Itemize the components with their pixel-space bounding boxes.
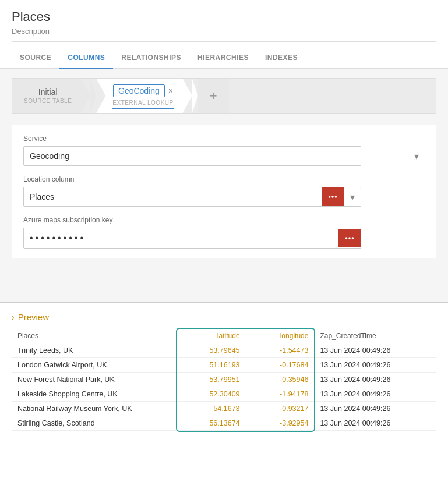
cell-longitude: -0.17684 (246, 358, 315, 373)
cell-place: New Forest National Park, UK (12, 373, 177, 387)
cell-time: 13 Jun 2024 00:49:26 (314, 358, 436, 373)
pipeline-step-initial[interactable]: Initial SOURCE TABLE (12, 79, 90, 113)
col-header-longitude: longitude (246, 329, 315, 343)
svg-point-3 (345, 237, 348, 239)
tabs-bar: SOURCE COLUMNS RELATIONSHIPS HIERARCHIES… (0, 47, 448, 69)
preview-section: › Preview Places latitude longitude Zap_… (0, 303, 448, 431)
cell-latitude: 53.79951 (177, 373, 246, 387)
col-header-latitude: latitude (177, 329, 246, 343)
dots-icon (327, 192, 338, 202)
col-header-time: Zap_CreatedTime (314, 329, 436, 343)
pipeline-add-button[interactable]: + (198, 79, 229, 113)
key-group: Azure maps subscription key (23, 216, 425, 249)
cell-place: Stirling Castle, Scotland (12, 416, 177, 431)
page-description: Description (12, 27, 436, 42)
cell-time: 13 Jun 2024 00:49:26 (314, 343, 436, 358)
page-header: Places Description (0, 0, 448, 44)
cell-latitude: 53.79645 (177, 343, 246, 358)
location-arrow-button[interactable]: ▾ (344, 188, 361, 206)
pipeline: Initial SOURCE TABLE GeoCoding × EXTERNA… (12, 78, 436, 114)
tab-hierarchies[interactable]: HIERARCHIES (189, 47, 257, 69)
page-title: Places (12, 9, 436, 24)
location-row: ▾ (23, 187, 361, 207)
service-select[interactable]: Geocoding (23, 146, 361, 166)
service-select-arrow-icon: ▾ (414, 151, 419, 162)
table-row: New Forest National Park, UK53.79951-0.3… (12, 373, 436, 387)
tab-columns[interactable]: COLUMNS (59, 47, 113, 69)
cell-longitude: -1.94178 (246, 387, 315, 402)
cell-time: 13 Jun 2024 00:49:26 (314, 387, 436, 402)
table-wrapper: Places latitude longitude Zap_CreatedTim… (12, 329, 436, 431)
table-row: London Gatwick Airport, UK51.16193-0.176… (12, 358, 436, 373)
key-dots-icon (344, 233, 355, 243)
tab-source[interactable]: SOURCE (12, 47, 59, 69)
svg-point-2 (335, 196, 337, 198)
pipeline-step-geocoding[interactable]: GeoCoding × EXTERNAL LOOKUP (96, 79, 192, 113)
cell-latitude: 52.30409 (177, 387, 246, 402)
pipeline-arrow2 (192, 79, 198, 113)
table-row: Lakeside Shopping Centre, UK52.30409-1.9… (12, 387, 436, 402)
form-area: Service Geocoding ▾ Location column ▾ Az… (12, 125, 436, 258)
svg-point-1 (331, 196, 334, 198)
cell-place: National Railway Museum York, UK (12, 402, 177, 416)
pipeline-arrow (90, 79, 96, 113)
key-input[interactable] (24, 228, 338, 248)
preview-chevron-icon: › (12, 313, 15, 322)
cell-time: 13 Jun 2024 00:49:26 (314, 402, 436, 416)
location-input[interactable] (24, 187, 322, 206)
cell-place: Trinity Leeds, UK (12, 343, 177, 358)
col-header-places: Places (12, 329, 177, 343)
svg-point-0 (329, 196, 331, 198)
cell-time: 13 Jun 2024 00:49:26 (314, 416, 436, 431)
cell-longitude: -3.92954 (246, 416, 315, 431)
location-group: Location column ▾ (23, 175, 425, 207)
table-row: Stirling Castle, Scotland56.13674-3.9295… (12, 416, 436, 431)
key-row (23, 228, 361, 249)
cell-longitude: -1.54473 (246, 343, 315, 358)
cell-latitude: 56.13674 (177, 416, 246, 431)
pipeline-step-geocoding-close[interactable]: × (168, 86, 173, 95)
preview-header: › Preview (12, 312, 436, 322)
location-label: Location column (23, 175, 425, 183)
cell-longitude: -0.35946 (246, 373, 315, 387)
cell-place: London Gatwick Airport, UK (12, 358, 177, 373)
preview-title: Preview (18, 312, 49, 322)
service-group: Service Geocoding ▾ (23, 134, 425, 166)
cell-place: Lakeside Shopping Centre, UK (12, 387, 177, 402)
cell-longitude: -0.93217 (246, 402, 315, 416)
pipeline-step-initial-name: Initial (38, 87, 58, 97)
data-table: Places latitude longitude Zap_CreatedTim… (12, 329, 436, 431)
svg-point-4 (348, 237, 351, 239)
tab-indexes[interactable]: INDEXES (257, 47, 306, 69)
cell-latitude: 51.16193 (177, 358, 246, 373)
pipeline-step-geocoding-name: GeoCoding (113, 84, 165, 97)
service-label: Service (23, 134, 425, 143)
service-select-wrap: Geocoding ▾ (23, 146, 425, 166)
table-row: Trinity Leeds, UK53.79645-1.5447313 Jun … (12, 343, 436, 358)
table-row: National Railway Museum York, UK54.1673-… (12, 402, 436, 416)
content-area: Initial SOURCE TABLE GeoCoding × EXTERNA… (0, 69, 448, 302)
key-label: Azure maps subscription key (23, 216, 425, 224)
tab-relationships[interactable]: RELATIONSHIPS (113, 47, 189, 69)
location-dots-button[interactable] (322, 187, 344, 206)
cell-time: 13 Jun 2024 00:49:26 (314, 373, 436, 387)
cell-latitude: 54.1673 (177, 402, 246, 416)
key-dots-button[interactable] (338, 229, 361, 247)
svg-point-5 (352, 237, 354, 239)
pipeline-step-initial-label: SOURCE TABLE (24, 98, 72, 104)
pipeline-step-geocoding-label: EXTERNAL LOOKUP (112, 100, 173, 106)
